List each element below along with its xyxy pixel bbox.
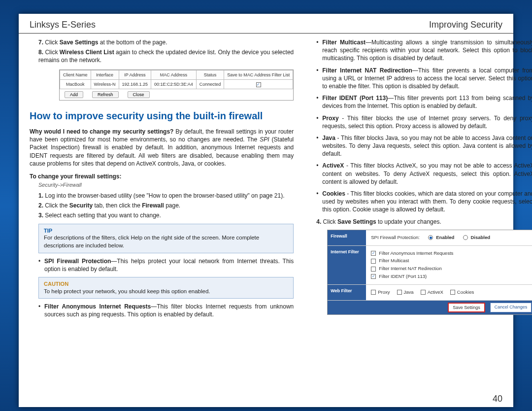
caution-text: To help protect your network, you should… [44, 288, 288, 296]
header-left: Linksys E-Series [30, 20, 96, 30]
page-header: Linksys E-Series Improving Security [19, 14, 513, 34]
step-8: 8. Click Wireless Client List again to c… [38, 48, 294, 64]
col-interface: Interface [91, 70, 119, 79]
radio-disabled[interactable] [463, 235, 468, 240]
breadcrumb: Security->Firewall [38, 181, 294, 189]
left-column: 7. Click Save Settings at the bottom of … [30, 38, 294, 323]
firewall-screenshot: Firewall SPI Firewall Protection: Enable… [327, 230, 532, 315]
step-7: 7. Click Save Settings at the bottom of … [38, 38, 294, 46]
page-number: 40 [493, 394, 502, 404]
filter-checkbox[interactable] [371, 267, 376, 272]
refresh-button[interactable]: Refresh [92, 91, 119, 98]
substep-1: 1. Log into the browser-based utility (s… [38, 192, 294, 200]
filter-checkbox[interactable] [371, 259, 376, 264]
radio-enabled[interactable] [428, 235, 433, 240]
bullet-item: Cookies - This filter blocks cookies, wh… [316, 190, 532, 214]
col-client-name: Client Name [60, 70, 91, 79]
webfilter-checkbox[interactable] [421, 290, 426, 295]
fw-section-web-filter: Web Filter [328, 285, 366, 300]
filter-checkbox[interactable] [371, 251, 376, 256]
table-row: MacBook Wireless-N 192.168.1.25 00:1E:C2… [60, 79, 293, 89]
bullet-item: Proxy - This filter blocks the use of In… [316, 114, 532, 130]
fw-section-internet-filter: Internet Filter [328, 246, 366, 284]
substep-2: 2. Click the Security tab, then click th… [38, 202, 294, 209]
caution-label: CAUTION [44, 280, 288, 288]
save-settings-button[interactable]: Save Settings [448, 303, 485, 312]
add-button[interactable]: Add [65, 91, 83, 98]
bullet-spi: SPI Firewall Protection—This helps prote… [38, 257, 294, 273]
client-list-screenshot: Client Name Interface IP Address MAC Add… [59, 69, 294, 101]
section-heading: How to improve security using the built-… [30, 109, 294, 123]
right-column: Filter Multicast—Multicasting allows a s… [307, 38, 532, 323]
caution-box: CAUTION To help protect your network, yo… [38, 277, 294, 299]
col-status: Status [196, 70, 224, 79]
webfilter-checkbox[interactable] [371, 290, 376, 295]
content-columns: 7. Click Save Settings at the bottom of … [19, 34, 513, 323]
spi-label: SPI Firewall Protection: [371, 235, 420, 241]
substep-3: 3. Select each setting that you want to … [38, 211, 294, 219]
close-button[interactable]: Close [128, 91, 150, 98]
bullet-item: Filter Internet NAT Redirection—This fil… [316, 67, 532, 91]
tip-label: TIP [44, 227, 288, 235]
tip-box: TIP For descriptions of the filters, cli… [38, 224, 294, 253]
fw-section-firewall: Firewall [328, 230, 366, 245]
document-page: Linksys E-Series Improving Security 7. C… [19, 14, 513, 407]
header-right: Improving Security [429, 20, 502, 30]
bullet-item: Filter IDENT (Port 113)—This filter prev… [316, 94, 532, 110]
bullet-item: Java - This filter blocks Java, so you m… [316, 134, 532, 158]
filter-checkbox[interactable] [371, 274, 376, 279]
col-save-mac: Save to MAC Address Filter List [224, 70, 293, 79]
subhead: To change your firewall settings: [30, 172, 294, 180]
webfilter-checkbox[interactable] [450, 290, 455, 295]
tip-text: For descriptions of the filters, click H… [44, 234, 288, 249]
bullet-fair: Filter Anonymous Internet Requests—This … [38, 303, 294, 318]
col-mac: MAC Address [151, 70, 197, 79]
cancel-changes-button[interactable]: Cancel Changes [490, 303, 532, 312]
intro-paragraph: Why would I need to change my security s… [30, 128, 294, 168]
step-4: 4. Click Save Settings to update your ch… [316, 218, 532, 226]
save-mac-checkbox[interactable] [256, 82, 261, 87]
bullet-item: Filter Multicast—Multicasting allows a s… [316, 38, 532, 63]
webfilter-checkbox[interactable] [397, 290, 402, 295]
bullet-item: ActiveX - This filter blocks ActiveX, so… [316, 162, 532, 186]
col-ip: IP Address [119, 70, 151, 79]
